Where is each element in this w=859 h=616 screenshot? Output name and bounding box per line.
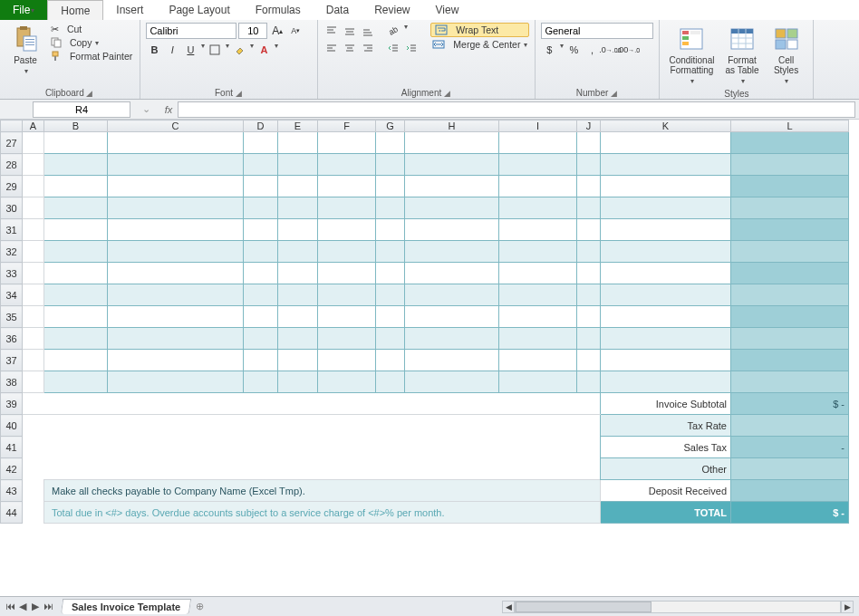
- cell[interactable]: [278, 176, 318, 197]
- file-tab[interactable]: File▾: [0, 0, 47, 20]
- cell[interactable]: [376, 328, 405, 350]
- cell[interactable]: [499, 371, 577, 393]
- number-format-select[interactable]: [541, 23, 653, 39]
- row-header[interactable]: 27: [1, 132, 23, 154]
- cell[interactable]: [278, 328, 318, 350]
- column-headers[interactable]: A B C D E F G H I J K L: [1, 120, 849, 132]
- cell[interactable]: [108, 328, 244, 350]
- cell[interactable]: [278, 415, 318, 437]
- col-J[interactable]: J: [577, 120, 601, 132]
- cell[interactable]: [731, 132, 849, 154]
- align-left-button[interactable]: [323, 40, 340, 56]
- cell[interactable]: [244, 437, 278, 458]
- col-A[interactable]: A: [23, 120, 44, 132]
- percent-button[interactable]: %: [565, 42, 582, 58]
- cell[interactable]: [318, 132, 376, 154]
- cell[interactable]: [577, 371, 601, 393]
- cell[interactable]: [318, 176, 376, 197]
- cell[interactable]: [23, 219, 44, 241]
- cell[interactable]: [405, 154, 499, 176]
- cell[interactable]: [318, 154, 376, 176]
- orientation-button[interactable]: ab: [385, 23, 401, 39]
- cell[interactable]: [23, 415, 44, 437]
- cell[interactable]: [499, 263, 577, 284]
- cell[interactable]: [108, 306, 244, 328]
- cell[interactable]: [577, 415, 601, 437]
- cell[interactable]: [318, 458, 376, 480]
- tab-formulas[interactable]: Formulas: [243, 0, 314, 20]
- cell[interactable]: [731, 371, 849, 393]
- cell[interactable]: [577, 197, 601, 219]
- cell[interactable]: [318, 437, 376, 458]
- cell[interactable]: [499, 154, 577, 176]
- format-painter-button[interactable]: Format Painter: [49, 50, 134, 63]
- cell[interactable]: [44, 350, 108, 371]
- cell[interactable]: [244, 154, 278, 176]
- cell[interactable]: [108, 415, 244, 437]
- cell[interactable]: Sales Tax: [601, 437, 731, 458]
- first-sheet-button[interactable]: ⏮: [4, 601, 16, 612]
- cell[interactable]: [601, 306, 731, 328]
- increase-indent-button[interactable]: [403, 40, 420, 56]
- cell[interactable]: [499, 219, 577, 241]
- align-middle-button[interactable]: [342, 23, 358, 39]
- cell[interactable]: [577, 154, 601, 176]
- cell[interactable]: [44, 197, 108, 219]
- cell[interactable]: [731, 241, 849, 263]
- last-sheet-button[interactable]: ⏭: [42, 601, 54, 612]
- fx-dropdown-icon[interactable]: ⌄: [132, 101, 159, 118]
- cell[interactable]: [44, 219, 108, 241]
- cell[interactable]: [318, 350, 376, 371]
- cell[interactable]: [108, 393, 244, 415]
- cell[interactable]: [23, 480, 44, 502]
- cell[interactable]: [318, 263, 376, 284]
- col-I[interactable]: I: [499, 120, 577, 132]
- align-right-button[interactable]: [360, 40, 376, 56]
- cell[interactable]: [278, 458, 318, 480]
- cell[interactable]: [318, 328, 376, 350]
- cell[interactable]: [577, 458, 601, 480]
- cell[interactable]: [23, 132, 44, 154]
- cell[interactable]: [44, 284, 108, 306]
- cell[interactable]: [244, 393, 278, 415]
- cell[interactable]: [731, 480, 849, 502]
- cell[interactable]: [23, 197, 44, 219]
- align-top-button[interactable]: [323, 23, 340, 39]
- cell[interactable]: TOTAL: [601, 502, 731, 524]
- cell[interactable]: [731, 350, 849, 371]
- cell[interactable]: [23, 284, 44, 306]
- cell[interactable]: [44, 328, 108, 350]
- cell[interactable]: [244, 241, 278, 263]
- cell[interactable]: [108, 263, 244, 284]
- cell[interactable]: [731, 415, 849, 437]
- currency-button[interactable]: $: [541, 42, 557, 58]
- cell[interactable]: [405, 219, 499, 241]
- cell[interactable]: [108, 219, 244, 241]
- comma-button[interactable]: ,: [584, 42, 600, 58]
- cell[interactable]: [577, 306, 601, 328]
- cell[interactable]: [108, 371, 244, 393]
- cell[interactable]: [278, 306, 318, 328]
- font-color-button[interactable]: A: [256, 42, 272, 58]
- cell[interactable]: [108, 241, 244, 263]
- cell[interactable]: [577, 176, 601, 197]
- cell[interactable]: [108, 284, 244, 306]
- cell[interactable]: [499, 328, 577, 350]
- cell[interactable]: [23, 458, 44, 480]
- cell[interactable]: [499, 132, 577, 154]
- merge-center-button[interactable]: Merge & Center▾: [430, 38, 529, 51]
- cell[interactable]: [376, 241, 405, 263]
- cell[interactable]: [601, 154, 731, 176]
- align-bottom-button[interactable]: [360, 23, 376, 39]
- cell[interactable]: [23, 371, 44, 393]
- prev-sheet-button[interactable]: ◀: [16, 601, 29, 612]
- cell[interactable]: [499, 241, 577, 263]
- cell[interactable]: [44, 415, 108, 437]
- row-header[interactable]: 44: [1, 502, 23, 524]
- tab-review[interactable]: Review: [362, 0, 422, 20]
- cell[interactable]: [601, 219, 731, 241]
- col-G[interactable]: G: [376, 120, 405, 132]
- col-C[interactable]: C: [108, 120, 244, 132]
- cell[interactable]: [405, 328, 499, 350]
- cell[interactable]: Other: [601, 458, 731, 480]
